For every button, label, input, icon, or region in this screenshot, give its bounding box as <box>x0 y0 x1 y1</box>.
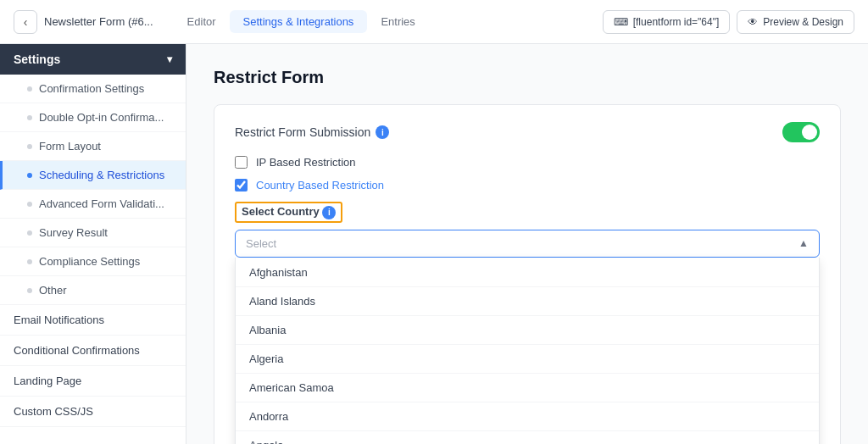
list-item[interactable]: American Samoa <box>236 374 819 402</box>
sidebar-item-compliance-settings[interactable]: Compliance Settings <box>0 247 186 276</box>
page-title: Restrict Form <box>214 68 841 87</box>
sidebar-item-conditional-confirmations[interactable]: Conditional Confirmations <box>0 336 186 366</box>
toggle-slider <box>782 122 820 142</box>
sidebar-item-double-opt-in[interactable]: Double Opt-in Confirma... <box>0 103 186 132</box>
nav-right: ⌨ [fluentform id="64"] 👁 Preview & Desig… <box>603 10 854 34</box>
country-dropdown-list: Afghanistan Aland Islands Albania Algeri… <box>235 258 820 445</box>
tab-editor[interactable]: Editor <box>174 10 230 33</box>
country-select-input[interactable]: Select ▲ <box>235 230 820 258</box>
list-item[interactable]: Andorra <box>236 402 819 431</box>
preview-button[interactable]: 👁 Preview & Design <box>737 10 854 34</box>
select-placeholder: Select <box>246 237 276 250</box>
dot-icon <box>27 288 32 293</box>
eye-icon: 👁 <box>748 16 758 28</box>
country-restriction-row: Country Based Restriction <box>235 179 820 191</box>
form-title: Newsletter Form (#6... <box>44 15 153 28</box>
dot-icon <box>27 230 32 236</box>
restrict-submission-toggle[interactable] <box>782 122 820 142</box>
select-country-label: Select Country i <box>235 202 342 223</box>
dot-icon <box>27 202 32 207</box>
nav-tabs: Editor Settings & Integrations Entries <box>174 10 429 33</box>
settings-section-header[interactable]: Settings ▾ <box>0 44 186 75</box>
list-item[interactable]: Algeria <box>236 345 819 374</box>
settings-label: Settings <box>14 53 60 66</box>
dot-icon <box>27 115 32 120</box>
country-select-container: Select ▲ Afghanistan Aland Islands Alban… <box>235 230 820 445</box>
sidebar: Settings ▾ Confirmation Settings Double … <box>0 44 186 444</box>
sidebar-item-form-layout[interactable]: Form Layout <box>0 132 186 161</box>
sidebar-item-landing-page[interactable]: Landing Page <box>0 366 186 397</box>
tab-settings[interactable]: Settings & Integrations <box>230 10 368 33</box>
tab-entries[interactable]: Entries <box>367 10 428 33</box>
sidebar-item-email-notifications[interactable]: Email Notifications <box>0 305 186 336</box>
main-content: Restrict Form Restrict Form Submission i <box>186 44 868 444</box>
chevron-down-icon: ▾ <box>167 53 172 65</box>
info-icon: i <box>376 125 389 139</box>
list-item[interactable]: Afghanistan <box>236 258 819 287</box>
sidebar-item-scheduling-restrictions[interactable]: Scheduling & Restrictions <box>0 161 186 190</box>
dot-icon <box>27 259 32 264</box>
list-item[interactable]: Albania <box>236 316 819 345</box>
shortcode-icon: ⌨ <box>614 16 628 28</box>
top-nav: ‹ Newsletter Form (#6... Editor Settings… <box>0 0 868 44</box>
list-item[interactable]: Aland Islands <box>236 287 819 316</box>
country-restriction-label: Country Based Restriction <box>256 179 384 191</box>
back-button[interactable]: ‹ <box>14 10 37 34</box>
sidebar-item-confirmation-settings[interactable]: Confirmation Settings <box>0 75 186 103</box>
dot-icon <box>27 144 32 149</box>
country-restriction-checkbox[interactable] <box>235 179 248 191</box>
dot-icon <box>27 86 32 92</box>
restrict-form-card: Restrict Form Submission i IP Based Rest… <box>214 104 841 444</box>
sidebar-item-other[interactable]: Other <box>0 276 186 305</box>
ip-restriction-checkbox[interactable] <box>235 156 248 169</box>
shortcode-button[interactable]: ⌨ [fluentform id="64"] <box>603 10 731 34</box>
sidebar-item-advanced-validation[interactable]: Advanced Form Validati... <box>0 190 186 219</box>
restrict-submission-row: Restrict Form Submission i <box>235 122 820 142</box>
sidebar-item-survey-result[interactable]: Survey Result <box>0 219 186 247</box>
list-item[interactable]: Angola <box>236 431 819 445</box>
restrict-submission-label: Restrict Form Submission i <box>235 125 389 139</box>
ip-restriction-row: IP Based Restriction <box>235 156 820 169</box>
sidebar-item-custom-css-js[interactable]: Custom CSS/JS <box>0 397 186 427</box>
select-country-info-icon: i <box>322 206 336 219</box>
dot-icon <box>27 173 32 178</box>
ip-restriction-label: IP Based Restriction <box>256 156 356 169</box>
chevron-up-icon: ▲ <box>798 237 809 249</box>
